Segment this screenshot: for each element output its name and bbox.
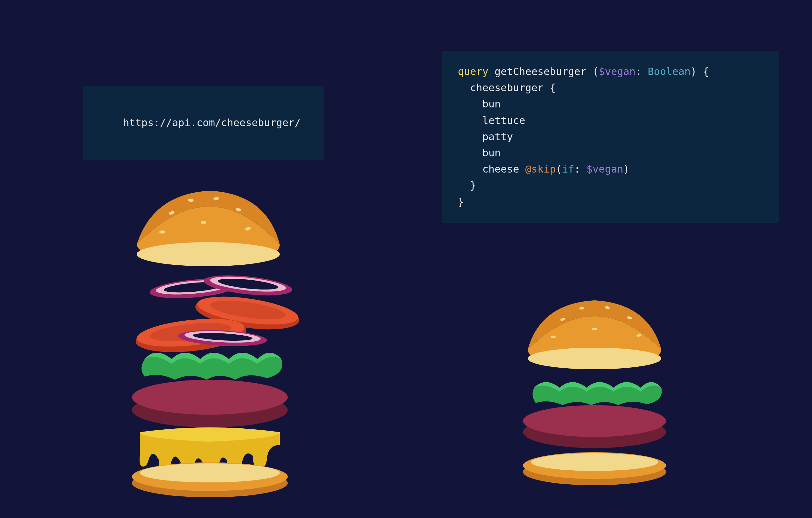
rest-burger-icon [108, 181, 312, 499]
onion-icon [203, 272, 293, 299]
directive: @skip [525, 163, 556, 175]
graphql-burger-icon [505, 293, 684, 489]
svg-point-6 [201, 221, 206, 224]
svg-point-37 [523, 405, 666, 437]
root-field: cheeseburger [470, 82, 544, 94]
svg-point-40 [531, 453, 658, 471]
top-bun-icon [528, 300, 661, 369]
field-cheese: cheese [482, 163, 519, 175]
svg-point-5 [159, 231, 165, 234]
rest-url-box: https://api.com/cheeseburger/ [83, 86, 324, 160]
patty-icon [523, 405, 666, 448]
field-bun: bun [482, 98, 501, 110]
top-bun-icon [137, 191, 280, 266]
directive-arg-key: if [562, 163, 575, 175]
variable-name: $vegan [599, 65, 636, 78]
field-patty: patty [482, 131, 513, 143]
svg-point-27 [140, 463, 280, 482]
operation-name: getCheeseburger [495, 65, 587, 78]
lettuce-icon [142, 353, 282, 380]
svg-point-30 [579, 307, 584, 309]
svg-point-28 [528, 348, 661, 369]
variable-type: Boolean [648, 65, 691, 78]
svg-point-0 [137, 242, 280, 266]
bottom-bun-icon [523, 452, 666, 485]
directive-arg-val: $vegan [587, 163, 624, 175]
rest-url: https://api.com/cheeseburger/ [123, 117, 301, 129]
field-bun2: bun [482, 147, 501, 159]
svg-point-33 [551, 336, 556, 338]
graphql-query-box: query getCheeseburger ($vegan: Boolean) … [442, 51, 779, 223]
field-lettuce: lettuce [482, 114, 525, 126]
bottom-bun-icon [132, 462, 288, 497]
diagram-canvas: https://api.com/cheeseburger/ query getC… [0, 0, 812, 518]
svg-point-34 [592, 328, 597, 330]
keyword-query: query [458, 65, 488, 78]
patty-icon [132, 380, 288, 427]
lettuce-icon [532, 382, 662, 405]
svg-point-24 [132, 380, 288, 415]
